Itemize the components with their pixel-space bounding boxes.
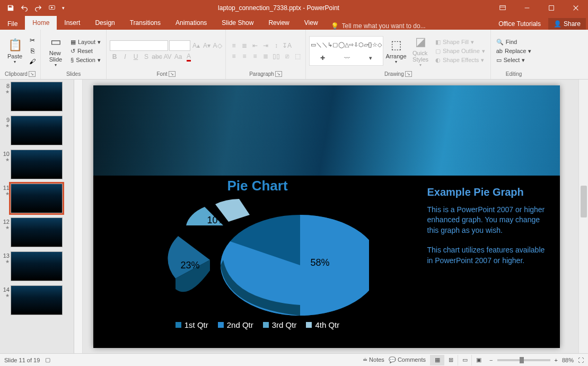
bullets-button[interactable]: ≡ <box>229 41 239 50</box>
tell-me-search[interactable]: 💡 <box>326 22 494 30</box>
zoom-slider-knob[interactable] <box>520 357 524 363</box>
bold-button[interactable]: B <box>110 52 119 62</box>
zoom-out-button[interactable]: − <box>489 357 493 363</box>
align-left-button[interactable]: ≡ <box>229 51 239 61</box>
new-slide-button[interactable]: ▭ New Slide▾ <box>44 35 67 67</box>
notes-button[interactable]: ≐ Notes <box>363 356 384 363</box>
scrollbar-thumb[interactable] <box>581 186 587 217</box>
select-button[interactable]: ▭Select ▾ <box>494 56 534 64</box>
slide[interactable]: Pie Chart <box>93 85 560 348</box>
paste-button[interactable]: 📋 Paste▾ <box>3 38 27 64</box>
arrange-button[interactable]: ⬚ Arrange▾ <box>384 38 408 64</box>
customize-qat-dropdown[interactable]: ▾ <box>59 2 67 14</box>
shape-oval-icon[interactable]: ◯ <box>338 41 345 48</box>
tab-animations[interactable]: Animations <box>168 16 214 30</box>
close-button[interactable] <box>564 0 588 16</box>
tab-view[interactable]: View <box>297 16 326 30</box>
shape-fill-button[interactable]: ◧Shape Fill ▾ <box>433 38 487 46</box>
comments-button[interactable]: 💬 Comments <box>389 356 426 363</box>
slide-counter[interactable]: Slide 11 of 19 <box>4 357 40 363</box>
reading-view-button[interactable]: ▭ <box>458 355 471 365</box>
tab-file[interactable]: File <box>0 18 25 30</box>
shape-line-icon[interactable]: ＼ <box>322 41 328 49</box>
change-case-button[interactable]: Aa <box>173 52 183 62</box>
shape-effects-button[interactable]: ◐Shape Effects ▾ <box>433 56 487 64</box>
shape-rect-icon[interactable]: ▢ <box>332 41 338 48</box>
zoom-slider[interactable] <box>497 359 550 361</box>
shape-outline-button[interactable]: ▢Shape Outline ▾ <box>433 47 487 55</box>
slideshow-view-button[interactable]: ▣ <box>471 355 485 365</box>
shape-freeform-icon[interactable]: 〰 <box>344 55 350 61</box>
shape-triangle-icon[interactable]: △ <box>345 41 349 48</box>
numbering-button[interactable]: ≣ <box>240 41 249 50</box>
cut-button[interactable]: ✂ <box>28 36 37 45</box>
decrease-indent-button[interactable]: ⇤ <box>250 41 260 50</box>
slide-sorter-view-button[interactable]: ⊞ <box>444 355 458 365</box>
start-from-beginning-button[interactable] <box>46 2 58 14</box>
slide-thumbnail[interactable] <box>11 285 63 315</box>
maximize-button[interactable] <box>539 0 564 16</box>
increase-font-button[interactable]: A▴ <box>191 41 201 50</box>
shape-arrow-icon[interactable]: ⇩ <box>354 41 358 48</box>
italic-button[interactable]: I <box>120 52 130 62</box>
decrease-font-button[interactable]: A▾ <box>202 41 212 50</box>
save-button[interactable] <box>4 2 17 14</box>
line-spacing-button[interactable]: ↕ <box>271 41 281 50</box>
minimize-button[interactable] <box>515 0 539 16</box>
dialog-launcher-icon[interactable]: ↘ <box>169 71 175 77</box>
shape-rectangle-icon[interactable]: ▭ <box>311 41 316 48</box>
text-direction-button[interactable]: ↧A <box>282 41 292 50</box>
columns-button[interactable]: ▯▯ <box>271 51 281 61</box>
section-button[interactable]: §Section ▾ <box>68 56 103 64</box>
tab-review[interactable]: Review <box>261 16 296 30</box>
align-text-button[interactable]: ⎚ <box>282 51 292 61</box>
zoom-level[interactable]: 88% <box>562 357 574 363</box>
shape-star-icon[interactable]: ☆ <box>372 41 378 48</box>
char-spacing-button[interactable]: AV <box>163 52 172 62</box>
ribbon-display-options-button[interactable] <box>490 0 515 16</box>
justify-button[interactable]: ≣ <box>261 51 270 61</box>
shape-connector-icon[interactable]: ↳ <box>328 41 332 48</box>
dialog-launcher-icon[interactable]: ↘ <box>275 71 282 77</box>
align-right-button[interactable]: ≡ <box>250 51 260 61</box>
strikethrough-button[interactable]: abc <box>152 52 162 62</box>
shapes-gallery[interactable]: ▭＼＼↳▢◯ △⇨⇩⬡▱{ }☆◇✚〰▾ <box>309 36 383 66</box>
reset-button[interactable]: ↺Reset <box>68 47 103 55</box>
office-tutorials-link[interactable]: Office Tutorials <box>493 18 546 30</box>
underline-button[interactable]: U <box>131 52 141 62</box>
shape-plus-icon[interactable]: ✚ <box>320 55 325 62</box>
undo-button[interactable] <box>18 2 31 14</box>
format-painter-button[interactable]: 🖌 <box>28 57 37 66</box>
quick-styles-button[interactable]: ◪ Quick Styles▾ <box>409 35 432 67</box>
tab-slide-show[interactable]: Slide Show <box>214 16 261 30</box>
normal-view-button[interactable]: ▦ <box>430 355 444 365</box>
slide-thumbnail[interactable] <box>11 116 63 145</box>
layout-button[interactable]: ▦Layout ▾ <box>68 38 103 46</box>
dialog-launcher-icon[interactable]: ↘ <box>29 71 36 77</box>
font-size-combo[interactable] <box>169 40 190 51</box>
zoom-in-button[interactable]: + <box>555 357 558 363</box>
shadow-button[interactable]: S <box>142 52 151 62</box>
tab-insert[interactable]: Insert <box>57 16 87 30</box>
slide-thumbnail[interactable] <box>11 150 63 179</box>
shape-callout-icon[interactable]: ▱ <box>364 41 368 48</box>
shape-hexagon-icon[interactable]: ⬡ <box>358 41 364 48</box>
tell-me-input[interactable] <box>342 22 448 30</box>
font-name-combo[interactable] <box>110 40 168 51</box>
dialog-launcher-icon[interactable]: ↘ <box>405 71 412 77</box>
shapes-more-icon[interactable]: ▾ <box>369 55 372 62</box>
share-button[interactable]: 👤Share <box>548 18 586 30</box>
find-button[interactable]: 🔍Find <box>494 38 534 46</box>
align-center-button[interactable]: ≡ <box>240 51 249 61</box>
slide-thumbnail[interactable] <box>11 217 63 247</box>
slide-thumbnail[interactable] <box>11 251 63 281</box>
smartart-button[interactable]: ⬚ <box>293 51 302 61</box>
pie-chart[interactable]: 58% 23% 10% 9% <box>146 196 369 318</box>
redo-button[interactable] <box>32 2 45 14</box>
slide-thumbnail[interactable] <box>11 184 63 213</box>
slide-thumbnails-panel[interactable]: 8★9★10★11★12★13★14★ <box>0 80 74 353</box>
copy-button[interactable]: ⎘ <box>28 46 37 56</box>
shape-line-icon[interactable]: ＼ <box>316 41 322 49</box>
shape-arrow-icon[interactable]: ⇨ <box>349 41 354 48</box>
replace-button[interactable]: abReplace ▾ <box>494 47 534 55</box>
